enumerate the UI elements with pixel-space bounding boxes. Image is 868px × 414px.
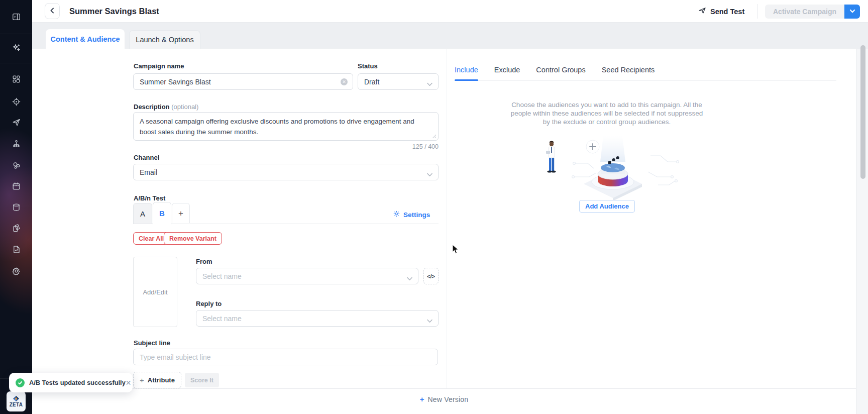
description-textarea[interactable]: A seasonal campaign offering exclusive d… xyxy=(134,113,438,140)
new-version-button[interactable]: + New Version xyxy=(420,395,469,403)
score-it-button[interactable]: Score It xyxy=(185,373,219,387)
panel-divider xyxy=(447,49,447,388)
plus-circle-icon xyxy=(586,140,599,153)
activate-campaign-group: Activate Campaign xyxy=(765,5,860,19)
reports-icon[interactable] xyxy=(12,245,21,254)
add-variant-tab[interactable]: + xyxy=(172,203,190,223)
activate-dropdown-button[interactable] xyxy=(844,5,860,19)
toast-notification: A/B Tests updated successfully ✕ xyxy=(9,373,133,392)
dashboard-icon[interactable] xyxy=(12,74,21,84)
variant-tabs-divider xyxy=(133,224,439,224)
plus-icon: + xyxy=(140,376,144,384)
paper-plane-icon xyxy=(698,7,706,16)
remove-variant-button[interactable]: Remove Variant xyxy=(164,232,222,245)
clear-input-icon[interactable]: ✕ xyxy=(341,78,348,85)
audience-tabs: Include Exclude Control Groups Seed Reci… xyxy=(455,66,836,81)
chevron-down-icon xyxy=(427,317,432,325)
chevron-down-icon xyxy=(427,170,432,178)
chevron-down-icon xyxy=(427,80,432,88)
audience-tab-exclude[interactable]: Exclude xyxy=(494,66,520,74)
person-figure xyxy=(546,141,556,173)
toast-message: A/B Tests updated successfully xyxy=(29,379,126,386)
reply-to-label: Reply to xyxy=(196,300,222,307)
audience-tab-include[interactable]: Include xyxy=(455,66,478,74)
description-label: Description (optional) xyxy=(134,103,198,111)
gear-icon xyxy=(393,210,400,219)
tab-content-audience[interactable]: Content & Audience xyxy=(46,29,125,49)
from-label: From xyxy=(196,258,212,265)
add-attribute-button[interactable]: + Attribute xyxy=(133,372,181,388)
subject-line-input[interactable] xyxy=(134,349,438,365)
zeta-diamond-icon xyxy=(13,396,19,401)
footer-divider xyxy=(32,388,856,389)
channel-select[interactable]: Email xyxy=(133,164,439,180)
vertical-scrollbar[interactable] xyxy=(860,45,865,179)
send-campaigns-icon[interactable] xyxy=(12,118,21,127)
calendar-icon[interactable] xyxy=(12,181,21,191)
collapse-panel-icon[interactable] xyxy=(12,12,21,22)
plus-icon: + xyxy=(420,395,424,403)
success-check-icon xyxy=(16,378,25,387)
status-select[interactable]: Draft xyxy=(358,73,439,90)
campaign-name-field-wrap: ✕ xyxy=(133,73,353,90)
target-icon[interactable] xyxy=(12,97,21,107)
chevron-down-icon xyxy=(407,274,412,282)
activate-campaign-button[interactable]: Activate Campaign xyxy=(765,5,844,19)
send-test-button[interactable]: Send Test xyxy=(698,0,744,23)
subject-field-wrap xyxy=(133,349,438,365)
variant-tab-b[interactable]: B xyxy=(153,202,171,225)
ab-settings-link[interactable]: Settings xyxy=(393,210,430,219)
audiences-icon[interactable] xyxy=(12,161,21,170)
character-counter: 125 / 400 xyxy=(133,143,439,150)
toast-close-icon[interactable]: ✕ xyxy=(126,379,132,386)
audience-description: Choose the audiences you want to add to … xyxy=(507,100,706,126)
channel-label: Channel xyxy=(134,154,159,161)
reply-to-select[interactable]: Select name xyxy=(196,310,439,327)
campaign-editor-app: Content & Audience Launch & Options Summ… xyxy=(0,0,868,414)
add-audience-button[interactable]: Add Audience xyxy=(579,200,635,213)
templates-icon[interactable] xyxy=(12,223,21,233)
zeta-logo[interactable]: ZETA xyxy=(7,391,26,411)
add-edit-creative-button[interactable]: Add/Edit xyxy=(133,257,177,327)
journeys-icon[interactable] xyxy=(12,139,21,148)
data-icon[interactable] xyxy=(12,202,21,212)
from-select[interactable]: Select name xyxy=(196,268,418,284)
tab-launch-options[interactable]: Launch & Options xyxy=(129,30,200,49)
subject-line-label: Subject line xyxy=(134,339,170,347)
description-field-wrap: A seasonal campaign offering exclusive d… xyxy=(133,112,439,141)
variant-tab-a[interactable]: A xyxy=(133,203,152,224)
back-button[interactable] xyxy=(45,3,60,19)
ai-sparkles-icon[interactable] xyxy=(12,43,21,52)
audience-tab-seed-recipients[interactable]: Seed Recipients xyxy=(602,66,655,74)
page-title: Summer Savings Blast xyxy=(69,0,159,23)
footer: + New Version xyxy=(32,395,856,404)
top-header: Summer Savings Blast Send Test Activate … xyxy=(32,0,868,23)
settings-gear-icon[interactable] xyxy=(12,266,21,276)
sidebar-nav: ZETA xyxy=(0,0,32,414)
campaign-name-input[interactable] xyxy=(134,74,353,89)
audience-illustration xyxy=(545,136,681,200)
chevron-down-icon xyxy=(849,7,855,16)
chevron-left-icon xyxy=(49,7,55,16)
header-divider xyxy=(757,4,757,19)
personalization-code-button[interactable]: </> xyxy=(423,268,439,284)
abn-test-label: A/B/n Test xyxy=(134,194,165,202)
status-label: Status xyxy=(358,62,378,70)
audience-tab-control-groups[interactable]: Control Groups xyxy=(536,66,585,74)
campaign-name-label: Campaign name xyxy=(134,62,184,70)
